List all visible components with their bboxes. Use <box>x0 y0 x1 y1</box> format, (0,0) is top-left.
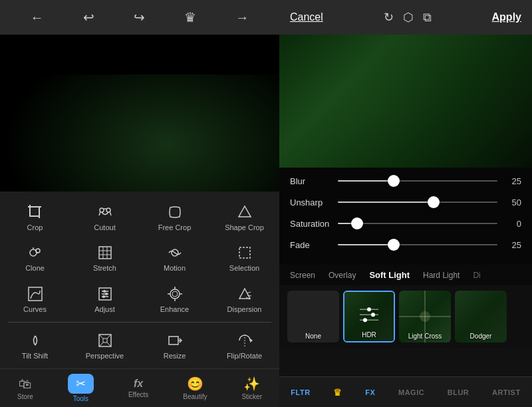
blur-slider[interactable] <box>338 174 497 188</box>
tool-selection[interactable]: Selection <box>209 237 279 278</box>
store-icon: 🛍 <box>19 376 32 392</box>
tool-free-crop[interactable]: Free Crop <box>140 197 209 237</box>
resize-icon <box>166 332 184 349</box>
right-top-icons: ↻ ⬡ ⧉ <box>384 10 432 25</box>
eraser-button[interactable]: ⬡ <box>403 10 414 25</box>
filter-dodger-label: Dodger <box>455 333 507 340</box>
saturation-slider-row: Saturation 0 <box>290 217 521 230</box>
svg-point-27 <box>102 295 105 298</box>
nav-sticker[interactable]: ✨ Sticker <box>235 373 269 403</box>
fade-slider[interactable] <box>338 238 497 251</box>
filter-dodger[interactable]: Dodger <box>455 291 507 342</box>
sticker-label: Sticker <box>241 393 262 400</box>
filter-hdr[interactable]: HDR <box>343 291 395 342</box>
tool-motion[interactable]: Motion <box>140 237 209 278</box>
blend-soft-light[interactable]: Soft Light <box>369 270 410 280</box>
undo-button[interactable]: ↩ <box>79 5 98 29</box>
saturation-thumb[interactable] <box>351 217 363 229</box>
stretch-icon <box>96 244 114 261</box>
left-panel: ← ↩ ↪ ♛ → Crop <box>0 0 279 407</box>
tools-icon: ✂ <box>76 377 86 390</box>
svg-point-25 <box>103 290 106 293</box>
blend-overlay[interactable]: Overlay <box>329 271 356 280</box>
shape-crop-icon <box>236 204 253 221</box>
crop-icon <box>27 204 44 221</box>
fade-label: Fade <box>290 240 338 250</box>
svg-point-29 <box>172 291 178 297</box>
nav-store[interactable]: 🛍 Store <box>11 374 40 403</box>
tool-resize[interactable]: Resize <box>140 325 209 366</box>
tool-dispersion[interactable]: Dispersion <box>209 279 279 319</box>
duplicate-button[interactable]: ⧉ <box>423 11 432 25</box>
tab-crown[interactable]: ♛ <box>333 387 342 398</box>
forest-image <box>279 35 532 168</box>
saturation-label: Saturation <box>290 219 338 229</box>
refresh-button[interactable]: ↻ <box>384 10 394 25</box>
blend-hard-light[interactable]: Hard Light <box>423 271 460 280</box>
back-button[interactable]: ← <box>27 6 48 29</box>
filter-light-cross[interactable]: Light Cross <box>399 291 451 342</box>
filter-hdr-label: HDR <box>344 331 394 339</box>
blend-di[interactable]: Di <box>473 271 480 280</box>
tool-clone[interactable]: Clone <box>0 237 70 278</box>
svg-rect-43 <box>103 339 107 342</box>
sliders-section: Blur 25 Unsharp 50 Saturation <box>279 168 532 265</box>
curves-label: Curves <box>23 305 47 314</box>
tool-adjust[interactable]: Adjust <box>70 279 140 319</box>
tool-stretch[interactable]: Stretch <box>70 237 140 278</box>
left-image-area <box>0 35 279 192</box>
dispersion-label: Dispersion <box>227 305 262 314</box>
tool-shape-crop[interactable]: Shape Crop <box>209 197 279 237</box>
svg-line-40 <box>107 335 111 339</box>
tab-magic[interactable]: MAGIC <box>398 388 424 396</box>
selection-icon <box>236 244 253 261</box>
tool-crop[interactable]: Crop <box>0 197 70 237</box>
next-button[interactable]: → <box>231 6 253 29</box>
enhance-label: Enhance <box>160 305 189 314</box>
svg-line-39 <box>99 335 103 339</box>
blur-slider-row: Blur 25 <box>290 174 521 188</box>
unsharp-thumb[interactable] <box>428 196 440 208</box>
apply-button[interactable]: Apply <box>492 11 521 23</box>
unsharp-label: Unsharp <box>290 198 338 207</box>
unsharp-slider[interactable] <box>338 196 497 209</box>
fade-thumb[interactable] <box>388 239 400 251</box>
tools-overlay: Crop Cutout Free Crop <box>0 192 279 368</box>
selection-label: Selection <box>229 264 259 273</box>
svg-marker-46 <box>250 339 253 342</box>
resize-label: Resize <box>164 352 186 360</box>
right-top-bar: Cancel ↻ ⬡ ⧉ Apply <box>279 0 532 35</box>
svg-rect-19 <box>239 247 250 258</box>
bottom-nav: 🛍 Store ✂ Tools fx Effects 😊 Beautify ✨ … <box>0 368 279 407</box>
blend-screen[interactable]: Screen <box>290 271 315 280</box>
tool-tilt-shift[interactable]: Tilt Shift <box>0 325 70 366</box>
unsharp-slider-row: Unsharp 50 <box>290 196 521 209</box>
cancel-button[interactable]: Cancel <box>290 11 323 23</box>
tab-fx[interactable]: FX <box>365 388 375 396</box>
crown-button[interactable]: ♛ <box>180 5 200 29</box>
tab-blur[interactable]: BLUR <box>448 388 469 396</box>
adjust-label: Adjust <box>94 305 115 314</box>
tool-perspective[interactable]: Perspective <box>70 325 140 366</box>
nav-tools[interactable]: ✂ Tools <box>61 371 100 405</box>
saturation-slider[interactable] <box>338 217 497 230</box>
left-top-bar: ← ↩ ↪ ♛ → <box>0 0 279 35</box>
blur-value: 25 <box>503 176 521 186</box>
filter-none[interactable]: None <box>287 291 339 342</box>
saturation-track <box>338 223 497 224</box>
tool-cutout[interactable]: Cutout <box>70 197 140 237</box>
tool-enhance[interactable]: Enhance <box>140 279 209 319</box>
redo-button[interactable]: ↪ <box>130 5 149 29</box>
nav-beautify[interactable]: 😊 Beautify <box>176 373 213 403</box>
free-crop-label: Free Crop <box>158 223 192 232</box>
nav-effects[interactable]: fx Effects <box>122 375 155 401</box>
tab-artist[interactable]: ARTIST <box>492 388 521 396</box>
svg-point-26 <box>105 293 108 295</box>
svg-point-56 <box>420 311 430 322</box>
tab-fltr[interactable]: FLTR <box>291 388 310 396</box>
fade-track <box>338 244 497 245</box>
svg-point-28 <box>170 289 180 299</box>
tool-flip-rotate[interactable]: Flip/Rotate <box>209 325 279 366</box>
blur-thumb[interactable] <box>388 175 400 187</box>
tool-curves[interactable]: Curves <box>0 279 70 319</box>
